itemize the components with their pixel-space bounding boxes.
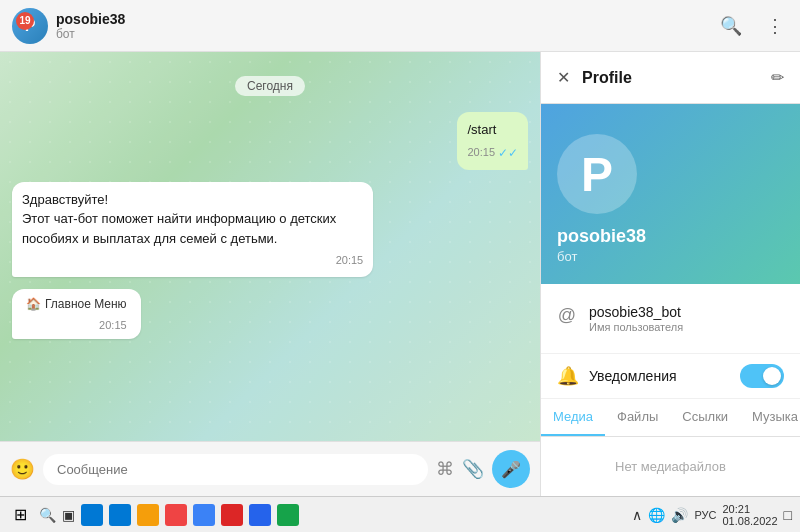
- notifications-toggle[interactable]: [740, 364, 784, 388]
- message-row: 🏠 Главное Меню 20:15: [12, 289, 528, 340]
- chat-info: posobie38 бот: [56, 11, 708, 41]
- voice-button[interactable]: 🎤: [492, 450, 530, 488]
- profile-panel: ✕ Profile ✏ P posobie38 бот @ posobie38_…: [540, 52, 800, 496]
- windows-icon: ⊞: [14, 505, 27, 524]
- tab-links[interactable]: Ссылки: [670, 399, 740, 436]
- top-bar: 19 P posobie38 бот 🔍 ⋮: [0, 0, 800, 52]
- message-meta: 20:15: [26, 317, 127, 334]
- taskbar-icon-search[interactable]: 🔍: [39, 507, 56, 523]
- username-label: Имя пользователя: [589, 321, 784, 333]
- top-bar-actions: 🔍 ⋮: [716, 11, 788, 41]
- taskbar-icon-task[interactable]: ▣: [62, 507, 75, 523]
- emoji-button[interactable]: 🙂: [10, 457, 35, 481]
- profile-title: Profile: [582, 69, 759, 87]
- notification-badge: 19: [16, 12, 34, 30]
- message-meta: 20:15 ✓✓: [467, 144, 518, 162]
- profile-name: posobie38: [557, 226, 646, 247]
- taskbar-network-icon[interactable]: 🌐: [648, 507, 665, 523]
- taskbar-right: ∧ 🌐 🔊 РУС 20:2101.08.2022 □: [632, 503, 792, 527]
- media-content: Нет медиафайлов: [541, 437, 800, 496]
- profile-header: ✕ Profile ✏: [541, 52, 800, 104]
- edit-profile-button[interactable]: ✏: [767, 64, 788, 91]
- chat-name: posobie38: [56, 11, 708, 27]
- taskbar: ⊞ 🔍 ▣ ∧ 🌐 🔊 РУС 20:2101.08.2022 □: [0, 496, 800, 532]
- read-receipt-icon: ✓✓: [498, 144, 518, 162]
- tab-music[interactable]: Музыка: [740, 399, 800, 436]
- main-content: Сегодня /start 20:15 ✓✓ Здравству: [0, 52, 800, 496]
- profile-avatar-large: P: [557, 134, 637, 214]
- tab-files[interactable]: Файлы: [605, 399, 670, 436]
- taskbar-app-folder[interactable]: [137, 504, 159, 526]
- search-button[interactable]: 🔍: [716, 11, 746, 41]
- message-meta: 20:15: [22, 252, 363, 269]
- username-value: posobie38_bot: [589, 304, 784, 320]
- taskbar-app-yandex[interactable]: [221, 504, 243, 526]
- taskbar-app-edge[interactable]: [109, 504, 131, 526]
- username-content: posobie38_bot Имя пользователя: [589, 304, 784, 333]
- taskbar-chevron-icon[interactable]: ∧: [632, 507, 642, 523]
- message-row: Здравствуйте!Этот чат-бот поможет найти …: [12, 182, 528, 277]
- taskbar-notification-icon[interactable]: □: [784, 507, 792, 523]
- username-row: @ posobie38_bot Имя пользователя: [541, 296, 800, 341]
- close-profile-button[interactable]: ✕: [553, 64, 574, 91]
- attach-button[interactable]: 📎: [462, 458, 484, 480]
- message-bubble-menu: 🏠 Главное Меню 20:15: [12, 289, 141, 340]
- taskbar-datetime: 20:2101.08.2022: [722, 503, 777, 527]
- message-row: /start 20:15 ✓✓: [12, 112, 528, 170]
- taskbar-volume-icon[interactable]: 🔊: [671, 507, 688, 523]
- message-input[interactable]: [43, 454, 428, 485]
- notifications-label: Уведомления: [589, 368, 728, 384]
- message-bubble-incoming: Здравствуйте!Этот чат-бот поможет найти …: [12, 182, 373, 277]
- menu-text: Главное Меню: [45, 295, 127, 313]
- date-badge: Сегодня: [235, 76, 305, 96]
- notifications-row: 🔔 Уведомления: [541, 354, 800, 399]
- message-text: Здравствуйте!Этот чат-бот поможет найти …: [22, 192, 336, 246]
- media-tabs: Медиа Файлы Ссылки Музыка Голосо...: [541, 399, 800, 437]
- messages-container: Сегодня /start 20:15 ✓✓ Здравству: [0, 52, 540, 441]
- home-icon: 🏠: [26, 295, 41, 313]
- input-bar: 🙂 ⌘ 📎 🎤: [0, 441, 540, 496]
- profile-info-section: @ posobie38_bot Имя пользователя: [541, 284, 800, 354]
- taskbar-app-word[interactable]: [249, 504, 271, 526]
- taskbar-app-y[interactable]: [165, 504, 187, 526]
- commands-button[interactable]: ⌘: [436, 458, 454, 480]
- chat-area: Сегодня /start 20:15 ✓✓ Здравству: [0, 52, 540, 496]
- message-text: /start: [467, 122, 496, 137]
- media-empty-text: Нет медиафайлов: [615, 459, 726, 474]
- tab-media[interactable]: Медиа: [541, 399, 605, 436]
- at-icon: @: [557, 305, 577, 326]
- message-bubble-outgoing: /start 20:15 ✓✓: [457, 112, 528, 170]
- taskbar-app-mail[interactable]: [81, 504, 103, 526]
- bell-icon: 🔔: [557, 365, 577, 387]
- chat-avatar-wrap: 19 P: [12, 8, 48, 44]
- start-button[interactable]: ⊞: [8, 503, 33, 526]
- profile-avatar-section: P posobie38 бот: [541, 104, 800, 284]
- profile-type: бот: [557, 249, 577, 264]
- taskbar-app-dropbox[interactable]: [193, 504, 215, 526]
- taskbar-left: ⊞ 🔍 ▣: [8, 503, 299, 526]
- date-separator: Сегодня: [12, 76, 528, 96]
- menu-button-message: 🏠 Главное Меню: [26, 295, 127, 313]
- chat-status: бот: [56, 27, 708, 41]
- taskbar-lang: РУС: [694, 509, 716, 521]
- more-options-button[interactable]: ⋮: [762, 11, 788, 41]
- taskbar-app-extra[interactable]: [277, 504, 299, 526]
